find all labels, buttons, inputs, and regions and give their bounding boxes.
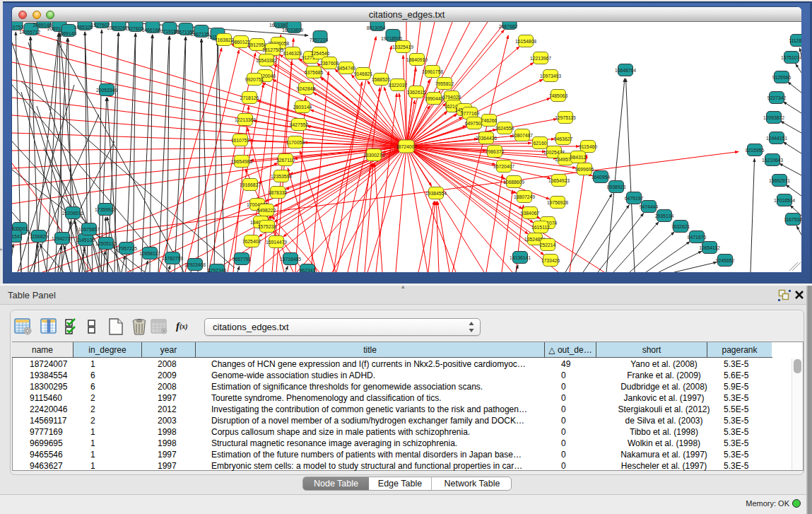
svg-text:9242848: 9242848 [297,86,316,91]
svg-text:9474444: 9474444 [640,204,659,209]
svg-text:2935134: 2935134 [655,214,674,218]
svg-text:391541: 391541 [12,234,23,239]
svg-text:16914479: 16914479 [266,240,287,245]
svg-text:12093872: 12093872 [763,115,784,120]
svg-text:20206576: 20206576 [62,211,83,216]
svg-text:8215955: 8215955 [746,148,765,153]
svg-text:9777169: 9777169 [461,111,480,116]
svg-text:9129966: 9129966 [772,75,792,80]
svg-text:9699695: 9699695 [575,167,594,172]
svg-text:7625402: 7625402 [242,239,261,244]
svg-text:16543382: 16543382 [256,58,277,63]
svg-text:9463627: 9463627 [554,136,573,141]
svg-text:7485063: 7485063 [549,93,568,98]
svg-text:9245652: 9245652 [716,258,735,263]
svg-text:8938923: 8938923 [607,185,626,189]
svg-text:(x): (x) [180,322,188,331]
svg-text:12353594: 12353594 [271,174,292,179]
svg-text:12923468: 12923468 [184,262,206,267]
svg-text:5498222: 5498222 [257,208,276,213]
svg-text:962341: 962341 [300,268,316,273]
svg-text:3878332: 3878332 [269,190,288,195]
svg-text:8912954: 8912954 [248,42,267,47]
svg-text:16154808: 16154808 [515,39,536,44]
svg-text:14136141: 14136141 [510,255,531,260]
svg-text:9115460: 9115460 [579,144,597,149]
svg-text:2069140: 2069140 [58,31,77,36]
svg-text:7163822: 7163822 [215,37,234,42]
svg-text:15751074: 15751074 [781,55,801,60]
svg-text:18640910: 18640910 [406,57,428,62]
svg-text:10975857: 10975857 [78,227,100,232]
svg-text:2087682: 2087682 [499,24,518,29]
svg-text:1615112: 1615112 [531,225,550,230]
svg-text:10973493: 10973493 [540,74,561,78]
svg-text:19166827: 19166827 [240,182,261,187]
svg-text:5375685: 5375685 [305,70,324,75]
svg-text:9384067: 9384067 [521,211,540,216]
svg-text:16961758: 16961758 [422,69,443,74]
svg-text:252214: 252214 [540,243,556,247]
svg-text:1610753: 1610753 [12,25,23,30]
svg-text:13325419: 13325419 [392,45,413,49]
svg-text:14055712: 14055712 [19,30,40,35]
svg-text:9227342: 9227342 [767,95,787,100]
svg-text:17016504: 17016504 [774,198,795,203]
svg-text:1254546: 1254546 [311,51,330,56]
svg-text:15692971: 15692971 [769,178,790,183]
svg-text:3267110: 3267110 [276,158,295,163]
svg-text:12975115: 12975115 [555,115,576,120]
svg-text:1610757: 1610757 [231,138,250,143]
svg-text:1156829: 1156829 [30,234,48,239]
svg-text:8427552: 8427552 [290,122,309,127]
svg-text:62160: 62160 [534,141,547,146]
svg-text:1292346: 1292346 [208,268,227,273]
svg-text:1170058: 1170058 [286,140,305,145]
svg-text:1527602: 1527602 [125,26,144,31]
svg-text:19756928: 19756928 [547,200,568,205]
svg-text:9920751: 9920751 [245,77,264,82]
svg-text:18807249: 18807249 [514,194,535,199]
svg-text:1362615: 1362615 [407,90,426,95]
svg-text:15720407: 15720407 [493,164,514,169]
svg-text:6479197: 6479197 [625,196,644,201]
svg-text:8471676: 8471676 [688,235,707,240]
svg-text:17957225: 17957225 [116,246,137,251]
svg-text:10688609: 10688609 [503,180,524,185]
svg-text:984312: 984312 [570,155,587,160]
svg-text:8454749: 8454749 [337,66,356,71]
svg-text:6794028: 6794028 [442,95,461,100]
svg-text:12942737: 12942737 [52,236,73,241]
svg-text:8813054: 8813054 [367,25,386,30]
svg-text:20364436: 20364436 [476,136,497,141]
svg-text:1990443: 1990443 [425,96,444,101]
svg-text:16782759: 16782759 [162,256,183,261]
svg-text:1640954: 1640954 [592,175,611,180]
svg-text:7955812: 7955812 [435,81,454,86]
svg-text:1575231: 1575231 [258,224,277,229]
svg-text:19218506: 19218506 [381,36,402,41]
svg-text:10958117: 10958117 [139,251,160,256]
svg-text:15716485: 15716485 [280,257,301,262]
svg-text:7357224: 7357224 [310,37,329,42]
svg-text:13654923: 13654923 [548,178,570,183]
svg-text:2803144: 2803144 [293,105,312,110]
svg-text:12505135: 12505135 [95,241,117,246]
svg-text:2718126: 2718126 [240,95,259,100]
svg-text:7986372: 7986372 [486,149,505,154]
svg-text:8146328: 8146328 [283,51,302,56]
svg-text:7632621: 7632621 [671,224,690,229]
svg-text:2367608: 2367608 [320,61,339,66]
svg-text:16210643: 16210643 [762,158,783,163]
svg-text:18724007: 18724007 [396,144,417,149]
svg-text:10807487: 10807487 [512,133,533,138]
svg-text:746266: 746266 [481,118,498,123]
svg-text:16033809: 16033809 [282,28,303,33]
svg-text:10654112: 10654112 [699,245,720,250]
svg-text:1167534: 1167534 [784,217,801,222]
svg-text:12213369: 12213369 [235,117,256,122]
svg-text:16648764: 16648764 [615,68,636,73]
svg-text:19654985: 19654985 [231,159,252,164]
svg-text:12444151: 12444151 [766,136,787,141]
svg-text:1733426: 1733426 [541,258,560,263]
